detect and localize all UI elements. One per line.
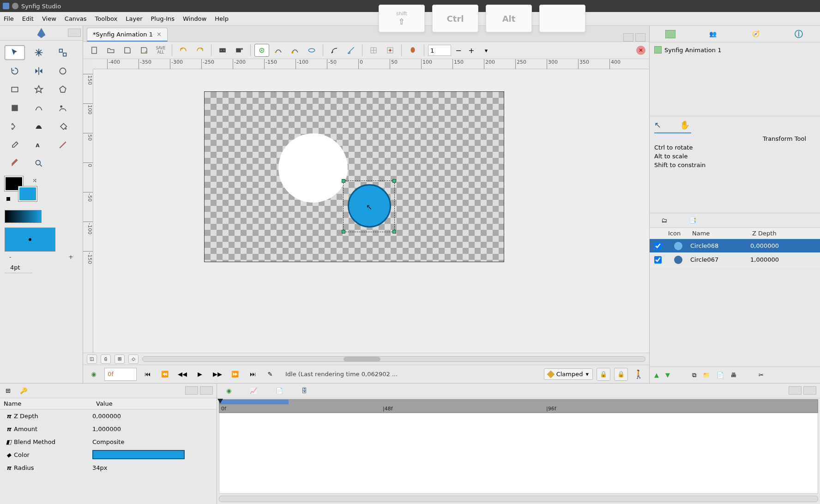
- zoom-dropdown-icon[interactable]: ▾: [479, 44, 494, 57]
- menu-window[interactable]: Window: [183, 15, 206, 22]
- menu-view[interactable]: View: [42, 15, 56, 22]
- menu-plugins[interactable]: Plug-Ins: [151, 15, 175, 22]
- transform-tool[interactable]: [5, 45, 25, 60]
- param-value[interactable]: Composite: [92, 438, 124, 445]
- params-tab-icon[interactable]: ⊞: [6, 387, 11, 394]
- timeline-ruler[interactable]: 0f |48f |96f: [219, 399, 818, 413]
- circle-tool[interactable]: [53, 64, 73, 78]
- timebar-btn-2[interactable]: ⎙: [101, 354, 111, 364]
- zoom-input[interactable]: [428, 45, 451, 56]
- metadata-tab-icon[interactable]: 🗄: [301, 387, 308, 394]
- param-value[interactable]: 34px: [92, 464, 108, 471]
- timeline-body[interactable]: [219, 413, 818, 494]
- layers-header-name[interactable]: Name: [690, 228, 750, 239]
- handle-sw[interactable]: [342, 230, 345, 234]
- open-file-icon[interactable]: [103, 44, 118, 57]
- text-tool[interactable]: A: [29, 138, 49, 152]
- background-color-swatch[interactable]: [18, 186, 37, 201]
- handle-ne[interactable]: [392, 179, 396, 183]
- sets-tab-icon[interactable]: 📑: [687, 216, 698, 226]
- scale-tool[interactable]: [53, 45, 73, 60]
- param-row[interactable]: ◧Blend MethodComposite: [0, 435, 217, 448]
- onion-mode-3-icon[interactable]: [288, 44, 302, 57]
- zoom-tool[interactable]: [29, 156, 49, 171]
- menu-layer[interactable]: Layer: [126, 15, 142, 22]
- info-tab-icon[interactable]: ⓘ: [793, 29, 804, 40]
- brush-playbar-icon[interactable]: ✎: [263, 368, 277, 381]
- layer-duplicate-icon[interactable]: 📄: [717, 372, 724, 378]
- curves-tab-icon[interactable]: 📈: [250, 387, 257, 394]
- navigator-tab-icon[interactable]: 🧭: [750, 29, 761, 40]
- onion-mode-4-icon[interactable]: [304, 44, 319, 57]
- seek-prev-key-icon[interactable]: ⏪: [158, 368, 172, 381]
- params-header-name[interactable]: Name: [0, 398, 92, 409]
- play-icon[interactable]: ▶: [193, 368, 207, 381]
- interpolation-dropdown[interactable]: Clamped ▾: [544, 368, 593, 380]
- seek-fwd-icon[interactable]: ▶▶: [211, 368, 224, 381]
- undo-icon[interactable]: [176, 44, 191, 57]
- handle-se[interactable]: [392, 230, 396, 234]
- width-tool[interactable]: [29, 119, 49, 134]
- param-value[interactable]: 1,000000: [92, 426, 121, 432]
- timebar-btn-1[interactable]: ◫: [87, 354, 97, 364]
- polygon-tool[interactable]: [53, 82, 73, 97]
- gradient-swatch[interactable]: [5, 210, 42, 223]
- horizontal-ruler[interactable]: -400-350-300-250-200-150-100-50050100150…: [93, 59, 649, 69]
- layer-group-icon[interactable]: ⧉: [692, 372, 696, 379]
- onion-skin-icon[interactable]: [405, 44, 420, 57]
- gradient-tool[interactable]: [5, 101, 25, 115]
- onion-mode-2-icon[interactable]: [271, 44, 286, 57]
- sync-icon[interactable]: ◉: [87, 368, 101, 381]
- tab-dock-handles[interactable]: [623, 33, 645, 42]
- menu-toolbox[interactable]: Toolbox: [95, 15, 118, 22]
- layer-lower-icon[interactable]: ▼: [665, 372, 670, 378]
- show-guides-icon[interactable]: [344, 44, 358, 57]
- timeline-dock-handle[interactable]: [789, 386, 802, 395]
- fill-tool[interactable]: [53, 119, 73, 134]
- seek-last-icon[interactable]: ⏭: [246, 368, 259, 381]
- layer-visible-checkbox[interactable]: [654, 242, 662, 250]
- tool-options-transform-icon[interactable]: ↖: [654, 120, 661, 130]
- brush-tool[interactable]: [5, 156, 25, 171]
- panel-dock-handle[interactable]: [68, 29, 81, 37]
- param-row[interactable]: πAmount1,000000: [0, 422, 217, 435]
- children-tab-icon[interactable]: 📄: [276, 387, 283, 394]
- canvas-browser-item[interactable]: Synfig Animation 1: [654, 46, 815, 54]
- timeline-dock-handle2[interactable]: [803, 386, 816, 395]
- layer-raise-icon[interactable]: ▲: [654, 372, 659, 378]
- param-color-swatch[interactable]: [92, 450, 185, 459]
- params-dock-handle[interactable]: [185, 386, 198, 395]
- save-as-icon[interactable]: [137, 44, 151, 57]
- sketch-tool[interactable]: [53, 138, 73, 152]
- smooth-move-tool[interactable]: [29, 45, 49, 60]
- render-icon[interactable]: [215, 44, 230, 57]
- history-tab-icon[interactable]: 👥: [707, 29, 718, 40]
- canvas-viewport[interactable]: ↖: [93, 69, 649, 353]
- close-window-icon[interactable]: [12, 3, 18, 9]
- layer-row[interactable]: Circle0680,000000: [650, 239, 820, 253]
- param-row[interactable]: ◆Color: [0, 448, 217, 461]
- menu-help[interactable]: Help: [215, 15, 229, 22]
- menu-file[interactable]: File: [4, 15, 14, 22]
- document-tab[interactable]: *Synfig Animation 1 ✕: [87, 28, 168, 42]
- horizontal-scrollbar[interactable]: [142, 356, 645, 362]
- canvas-browser-tab-icon[interactable]: [665, 30, 675, 38]
- spline-tool[interactable]: [29, 101, 49, 115]
- layer-print-icon[interactable]: 🖶: [730, 372, 736, 378]
- swap-colors-icon[interactable]: ⤭: [32, 177, 37, 184]
- preview-icon[interactable]: [232, 44, 247, 57]
- cutout-tool[interactable]: [5, 119, 25, 134]
- param-value[interactable]: 0,000000: [92, 413, 121, 420]
- tool-options-hand-icon[interactable]: ✋: [680, 120, 690, 130]
- brush-increase[interactable]: +: [68, 253, 73, 260]
- layer-row[interactable]: Circle0671,000000: [650, 253, 820, 267]
- brush-size-value[interactable]: 4pt: [5, 262, 32, 273]
- onion-mode-1-icon[interactable]: [254, 44, 269, 57]
- draw-tool[interactable]: [53, 101, 73, 115]
- menu-canvas[interactable]: Canvas: [65, 15, 87, 22]
- seek-first-icon[interactable]: ⏮: [140, 368, 154, 381]
- param-row[interactable]: πZ Depth0,000000: [0, 409, 217, 422]
- mirror-tool[interactable]: [29, 64, 49, 78]
- new-file-icon[interactable]: [87, 44, 102, 57]
- keyframe-lock-future-icon[interactable]: 🔒: [614, 368, 628, 381]
